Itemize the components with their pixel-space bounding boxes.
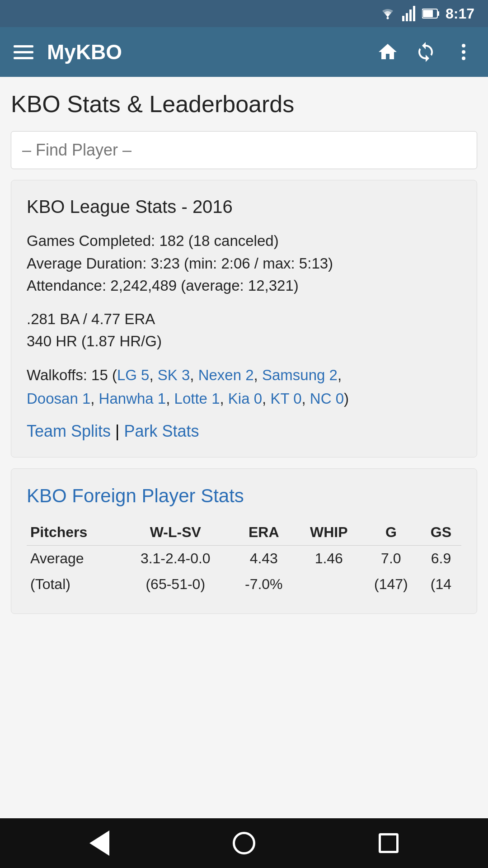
link-separator: | xyxy=(111,422,124,440)
foreign-player-card: KBO Foreign Player Stats Pitchers W-L-SV… xyxy=(11,468,477,614)
back-button[interactable] xyxy=(81,825,117,861)
walkoff-kt[interactable]: KT 0 xyxy=(270,390,301,407)
cell-pitchers-1: Average xyxy=(27,546,120,572)
cell-pitchers-2: (Total) xyxy=(27,571,120,597)
walkoff-nexen[interactable]: Nexen 2 xyxy=(198,367,254,383)
col-header-wlsv: W-L-SV xyxy=(120,519,231,546)
page-title: KBO Stats & Leaderboards xyxy=(11,90,477,118)
walkoff-samsung[interactable]: Samsung 2 xyxy=(262,367,338,383)
attendance: Attendance: 2,242,489 (average: 12,321) xyxy=(27,274,461,297)
search-input[interactable] xyxy=(22,141,466,160)
menu-icon[interactable] xyxy=(14,45,33,59)
walkoff-nc[interactable]: NC 0 xyxy=(310,390,344,407)
league-stats-title: KBO League Stats - 2016 xyxy=(27,197,461,217)
walkoff-sk[interactable]: SK 3 xyxy=(158,367,190,383)
walkoff-doosan[interactable]: Doosan 1 xyxy=(27,390,90,407)
wifi-icon xyxy=(380,7,396,20)
cell-gs-2: (14 xyxy=(421,571,461,597)
cell-era-1: 4.43 xyxy=(231,546,296,572)
recent-apps-button[interactable] xyxy=(371,825,407,861)
col-header-whip: WHIP xyxy=(296,519,361,546)
back-icon xyxy=(89,830,109,856)
foreign-card-title[interactable]: KBO Foreign Player Stats xyxy=(27,485,461,507)
col-header-g: G xyxy=(361,519,421,546)
cell-era-2: -7.0% xyxy=(231,571,296,597)
svg-point-0 xyxy=(386,17,389,19)
games-completed: Games Completed: 182 (18 canceled) xyxy=(27,230,461,252)
more-options-icon[interactable] xyxy=(453,41,474,63)
cell-whip-1: 1.46 xyxy=(296,546,361,572)
recent-apps-icon xyxy=(379,833,399,853)
search-container[interactable] xyxy=(11,131,477,169)
status-bar: 8:17 xyxy=(0,0,488,27)
status-time: 8:17 xyxy=(446,5,474,22)
svg-rect-6 xyxy=(423,10,433,17)
app-bar: MyKBO xyxy=(0,27,488,77)
cell-g-1: 7.0 xyxy=(361,546,421,572)
foreign-stats-table: Pitchers W-L-SV ERA WHIP G GS Average 3.… xyxy=(27,519,461,597)
stats-block: Games Completed: 182 (18 canceled) Avera… xyxy=(27,230,461,441)
app-bar-actions xyxy=(377,41,474,63)
walkoff-lg[interactable]: LG 5 xyxy=(117,367,150,383)
table-row: (Total) (65-51-0) -7.0% (147) (14 xyxy=(27,571,461,597)
svg-rect-4 xyxy=(413,6,415,21)
svg-rect-2 xyxy=(406,13,408,21)
svg-rect-7 xyxy=(437,11,439,16)
table-header-row: Pitchers W-L-SV ERA WHIP G GS xyxy=(27,519,461,546)
cell-wlsv-2: (65-51-0) xyxy=(120,571,231,597)
signal-icon xyxy=(402,6,416,21)
svg-point-10 xyxy=(462,57,465,60)
home-nav-icon xyxy=(233,832,255,854)
svg-rect-1 xyxy=(402,16,404,21)
svg-point-8 xyxy=(462,44,465,47)
app-title: MyKBO xyxy=(47,40,363,64)
home-icon[interactable] xyxy=(377,41,399,63)
hr-stats: 340 HR (1.87 HR/G) xyxy=(27,330,461,353)
bottom-nav-bar xyxy=(0,818,488,868)
svg-rect-3 xyxy=(409,9,412,21)
bottom-links-row: Team Splits | Park Stats xyxy=(27,422,461,441)
cell-gs-1: 6.9 xyxy=(421,546,461,572)
cell-whip-2 xyxy=(296,571,361,597)
home-button[interactable] xyxy=(226,825,262,861)
walkoff-kia[interactable]: Kia 0 xyxy=(228,390,262,407)
table-row: Average 3.1-2.4-0.0 4.43 1.46 7.0 6.9 xyxy=(27,546,461,572)
main-content: KBO Stats & Leaderboards KBO League Stat… xyxy=(0,77,488,818)
refresh-icon[interactable] xyxy=(415,41,436,63)
park-stats-link[interactable]: Park Stats xyxy=(124,422,199,440)
walkoffs-block: Walkoffs: 15 (LG 5, SK 3, Nexen 2, Samsu… xyxy=(27,363,461,411)
walkoffs-prefix: Walkoffs: 15 ( xyxy=(27,367,117,383)
league-stats-card: KBO League Stats - 2016 Games Completed:… xyxy=(11,180,477,458)
team-splits-link[interactable]: Team Splits xyxy=(27,422,111,440)
walkoff-lotte[interactable]: Lotte 1 xyxy=(174,390,220,407)
battery-icon xyxy=(422,8,439,19)
cell-g-2: (147) xyxy=(361,571,421,597)
col-header-era: ERA xyxy=(231,519,296,546)
walkoff-hanwha[interactable]: Hanwha 1 xyxy=(99,390,166,407)
batting-stats: .281 BA / 4.77 ERA xyxy=(27,308,461,330)
col-header-gs: GS xyxy=(421,519,461,546)
col-header-pitchers: Pitchers xyxy=(27,519,120,546)
svg-point-9 xyxy=(462,50,465,54)
avg-duration: Average Duration: 3:23 (min: 2:06 / max:… xyxy=(27,252,461,275)
status-icons: 8:17 xyxy=(380,5,474,22)
cell-wlsv-1: 3.1-2.4-0.0 xyxy=(120,546,231,572)
